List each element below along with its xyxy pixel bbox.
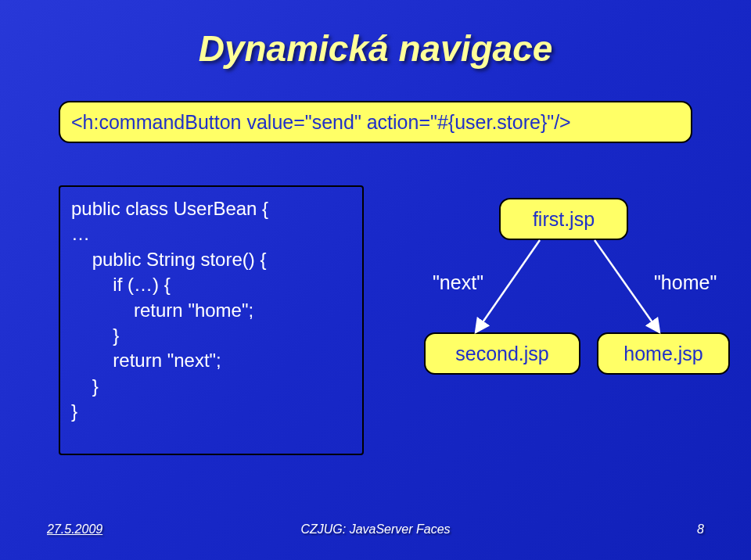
code-snippet-box: <h:commandButton value="send" action="#{…	[59, 101, 692, 143]
node-first-jsp: first.jsp	[499, 198, 628, 240]
code-box: public class UserBean { … public String …	[59, 185, 364, 455]
footer-date: 27.5.2009	[47, 522, 102, 537]
edge-label-next: "next"	[433, 271, 483, 294]
arrow-home	[595, 240, 659, 332]
node-second-text: second.jsp	[455, 343, 549, 365]
code-snippet-text: <h:commandButton value="send" action="#{…	[71, 111, 571, 134]
title-text: Dynamická navigace	[199, 28, 553, 69]
code-box-text: public class UserBean { … public String …	[71, 198, 268, 422]
footer-page-number: 8	[697, 522, 704, 537]
node-home-text: home.jsp	[623, 343, 702, 365]
node-first-text: first.jsp	[533, 208, 595, 231]
node-second-jsp: second.jsp	[424, 332, 580, 375]
node-home-jsp: home.jsp	[597, 332, 730, 375]
slide-title: Dynamická navigace	[199, 27, 553, 70]
arrow-next	[476, 240, 540, 332]
footer-title: CZJUG: JavaServer Faces	[300, 522, 450, 537]
edge-label-home: "home"	[654, 271, 717, 294]
